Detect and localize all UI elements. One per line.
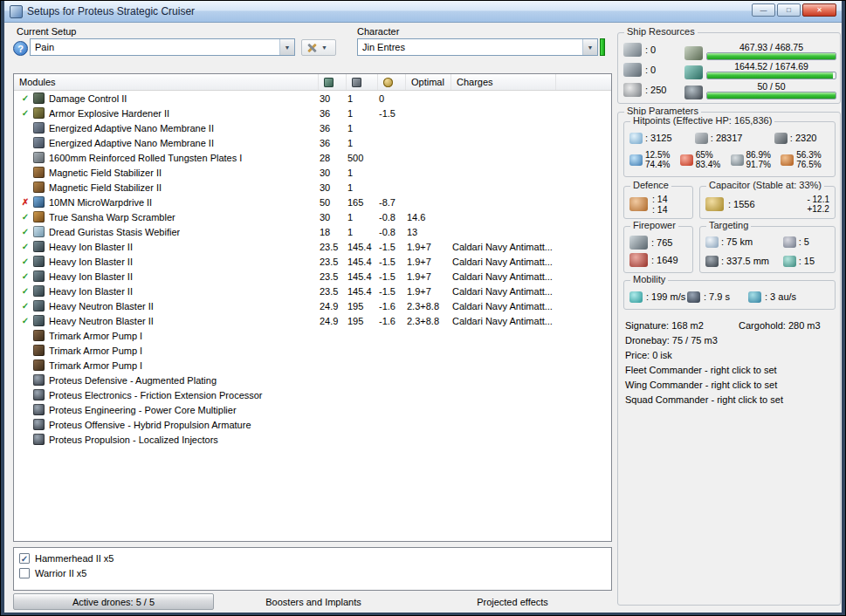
drone-checkbox[interactable] [19,568,30,578]
drone-checkbox[interactable]: ✓ [19,553,30,564]
module-charge[interactable]: Caldari Navy Antimatt... [451,242,611,252]
mobility-group: Mobility : 199 m/s : 7.9 s : 3 au/s [623,280,836,310]
module-row[interactable]: Trimark Armor Pump I [14,343,611,358]
module-row[interactable]: 1600mm Reinforced Rolled Tungsten Plates… [14,150,611,165]
kinetic-resists: 86.9% 91.7% [731,150,781,169]
module-cpu: 18 [318,227,346,237]
squad-commander[interactable]: Squad Commander - right click to set [625,393,836,407]
module-row[interactable]: ✓Heavy Ion Blaster II23.5145.4-1.51.9+7C… [14,254,611,269]
setup-select-dropdown[interactable]: ▼ [279,39,294,55]
hybrid-turret-icon [33,285,45,297]
target-range-icon [705,236,719,248]
launcher-hardpoints-row: : 0 [623,60,684,79]
tab-projected-effects[interactable]: Projected effects [413,593,612,610]
module-row[interactable]: ✗10MN MicroWarpdrive II50165-8.7 [14,195,611,209]
module-row[interactable]: Proteus Offensive - Hybrid Propulsion Ar… [14,417,611,432]
module-charge[interactable]: Caldari Navy Antimatt... [451,271,611,282]
tab-active-drones[interactable]: Active drones: 5 / 5 [13,593,214,610]
module-powergrid: 500 [346,153,377,163]
module-row[interactable]: ✓Dread Guristas Stasis Webifier181-0.813 [14,224,611,239]
drone-label: Hammerhead II x5 [35,553,113,564]
wing-commander[interactable]: Wing Commander - right click to set [625,378,836,393]
app-icon [10,5,23,18]
charges-column-header: Charges [451,74,555,90]
module-charge[interactable]: Caldari Navy Antimatt... [451,257,611,267]
module-row[interactable]: Energized Adaptive Nano Membrane II361 [14,120,611,135]
module-optimal: 1.9+7 [405,271,451,282]
setup-tools-button[interactable]: ▼ [301,39,336,56]
drone-row[interactable]: Warrior II x5 [14,565,611,580]
module-row[interactable]: Magnetic Field Stabilizer II301 [14,165,611,180]
targeting-title: Targeting [706,220,751,230]
maximize-button[interactable]: □ [777,3,801,17]
nano-membrane-icon [33,137,45,148]
shield-hp: : 3125 [629,133,695,144]
thermal-resist-icon [680,154,693,166]
minimize-icon: — [760,7,767,14]
minimize-button[interactable]: — [752,3,775,17]
modules-table[interactable]: Modules Optimal Charges ✓Damage Control … [13,73,612,542]
module-row[interactable]: Proteus Engineering - Power Core Multipl… [14,402,611,417]
module-cap-use: -1.5 [377,242,405,252]
drone-row[interactable]: ✓Hammerhead II x5 [14,551,611,565]
armor-hp-value: : 28317 [711,133,743,143]
module-name: Heavy Neutron Blaster II [49,316,154,326]
module-charge[interactable]: Caldari Navy Antimatt... [451,301,611,311]
module-row[interactable]: ✓Heavy Ion Blaster II23.5145.4-1.51.9+7C… [14,239,611,254]
module-row[interactable]: ✓Heavy Ion Blaster II23.5145.4-1.51.9+7C… [14,269,611,284]
titlebar[interactable]: Setups for Proteus Strategic Cruiser — □… [4,1,842,23]
setup-select[interactable]: Pain ▼ [30,38,295,56]
module-cap-use: -1.6 [377,316,405,326]
tab-boosters-implants[interactable]: Boosters and Implants [214,593,413,610]
module-active-check-icon: ✓ [19,241,31,253]
warp-speed-icon [748,291,761,303]
calibration-value: : 250 [645,85,666,95]
module-row[interactable]: Magnetic Field Stabilizer II301 [14,180,611,195]
module-charge[interactable]: Caldari Navy Antimatt... [451,316,611,326]
module-row[interactable]: Proteus Defensive - Augmented Plating [14,373,611,387]
module-row[interactable]: Trimark Armor Pump I [14,328,611,343]
close-button[interactable]: ✕ [802,3,836,17]
module-charge[interactable]: Caldari Navy Antimatt... [451,286,611,297]
module-cap-use: -0.8 [377,227,405,237]
subsystem-icon [33,374,45,386]
em-resist-icon [629,154,643,166]
hybrid-turret-icon [33,241,45,252]
module-cpu: 24.9 [318,316,346,326]
module-name: Heavy Ion Blaster II [49,257,133,267]
character-select-dropdown[interactable]: ▼ [582,39,597,55]
module-name: Proteus Electronics - Friction Extension… [49,390,263,400]
module-powergrid: 195 [346,316,377,326]
scan-resolution-icon [705,256,719,267]
module-row[interactable]: Energized Adaptive Nano Membrane II361 [14,135,611,150]
module-row[interactable]: Proteus Propulsion - Localized Injectors [14,432,611,447]
fleet-commander[interactable]: Fleet Commander - right click to set [625,363,836,378]
module-row[interactable]: Proteus Electronics - Friction Extension… [14,387,611,402]
module-name: Magnetic Field Stabilizer II [49,182,162,193]
module-row[interactable]: Trimark Armor Pump I [14,358,611,373]
armor-rig-icon [33,330,45,341]
module-row[interactable]: ✓Heavy Neutron Blaster II24.9195-1.62.3+… [14,298,611,313]
module-row[interactable]: ✓Heavy Ion Blaster II23.5145.4-1.51.9+7C… [14,284,611,298]
drones-panel[interactable]: ✓Hammerhead II x5Warrior II x5 [13,547,612,591]
warp-speed-value: : 3 au/s [765,291,796,302]
signature-radius: Signature: 168 m2 [625,318,736,333]
em-shield-resist: 12.5% [645,150,670,160]
powergrid-icon [684,46,703,60]
drone-bandwidth-bar [706,92,836,99]
module-row[interactable]: ✓Armor Explosive Hardener II361-1.5 [14,106,611,120]
armor-icon [695,133,708,144]
modules-table-header: Modules Optimal Charges [14,74,611,91]
character-select[interactable]: Jin Entres ▼ [357,38,598,56]
warp-speed-cell: : 3 au/s [748,291,796,303]
module-row[interactable]: ✓True Sansha Warp Scrambler301-0.814.6 [14,209,611,224]
explosive-resist-icon [781,154,794,166]
module-row[interactable]: ✓Damage Control II3010 [14,91,611,106]
max-targets-icon [783,236,796,248]
module-row[interactable]: ✓Heavy Neutron Blaster II24.9195-1.62.3+… [14,313,611,328]
module-cpu: 30 [318,93,346,104]
volley-icon [629,236,648,250]
module-optimal: 1.9+7 [405,257,451,267]
help-icon[interactable]: ? [13,41,28,56]
sensor-strength-value: : 15 [799,256,815,266]
